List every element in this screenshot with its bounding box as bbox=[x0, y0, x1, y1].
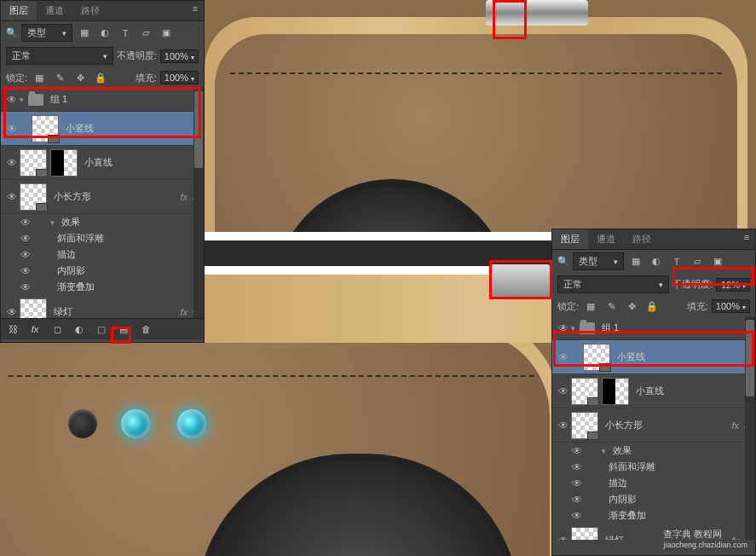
blend-mode-dropdown[interactable]: 正常 bbox=[6, 47, 113, 65]
lock-position-icon[interactable]: ✥ bbox=[623, 298, 640, 314]
layer-thumbnail bbox=[20, 183, 47, 211]
layer-group[interactable]: 👁 ▾ 组 1 bbox=[1, 88, 204, 112]
tab-channels[interactable]: 通道 bbox=[588, 229, 624, 249]
layer-thumbnail bbox=[583, 344, 610, 371]
layer-name[interactable]: 小长方形 bbox=[605, 419, 643, 431]
visibility-icon[interactable]: 👁 bbox=[4, 94, 20, 106]
effect-row[interactable]: 👁描边 bbox=[1, 246, 204, 263]
effect-row[interactable]: 👁▾ 效果 bbox=[552, 443, 755, 459]
visibility-icon[interactable]: 👁 bbox=[556, 420, 571, 431]
filter-type-dropdown[interactable]: 类型 bbox=[573, 252, 624, 270]
effect-row[interactable]: 👁渐变叠加 bbox=[1, 279, 204, 295]
fx-badge[interactable]: fx bbox=[180, 192, 193, 202]
layer-style-icon[interactable]: fx bbox=[26, 321, 43, 337]
visibility-icon[interactable]: 👁 bbox=[556, 322, 571, 334]
lock-position-icon[interactable]: ✥ bbox=[72, 70, 89, 85]
new-group-icon[interactable]: ▢ bbox=[93, 321, 110, 337]
layer-name[interactable]: 小长方形 bbox=[54, 190, 91, 203]
lock-all-icon[interactable]: 🔒 bbox=[92, 70, 109, 85]
filter-type-icon[interactable]: T bbox=[668, 254, 685, 269]
scrollbar[interactable] bbox=[745, 316, 755, 540]
filter-type-icon[interactable]: T bbox=[117, 26, 134, 41]
visibility-icon[interactable]: 👁 bbox=[556, 351, 571, 363]
panel1-tabs: 图层 通道 路径 ≡ bbox=[1, 1, 204, 21]
effect-row[interactable]: 👁内阴影 bbox=[552, 491, 755, 507]
tab-layers[interactable]: 图层 bbox=[1, 1, 37, 20]
layer-item[interactable]: 👁 绿灯 fx ▾ bbox=[1, 295, 204, 318]
opacity-value[interactable]: 12% bbox=[716, 278, 750, 292]
panel1-bottombar: ⛓ fx ◻ ◐ ▢ ▤ 🗑 bbox=[1, 318, 204, 339]
opacity-value[interactable]: 100% bbox=[160, 49, 199, 63]
visibility-icon[interactable]: 👁 bbox=[556, 535, 571, 541]
layer-item[interactable]: 👁 小长方形 fx ▴ bbox=[552, 408, 755, 443]
expand-icon[interactable]: ▾ bbox=[20, 96, 28, 104]
layer-name[interactable]: 绿灯 bbox=[54, 305, 72, 318]
layers-list-1: 👁 ▾ 组 1 👁 小竖线 👁 小直线 👁 小长方形 fx ▴ 👁▾ 效果 👁斜… bbox=[1, 88, 204, 318]
blend-mode-dropdown[interactable]: 正常 bbox=[557, 275, 669, 293]
layer-name[interactable]: 组 1 bbox=[50, 93, 67, 106]
filter-smart-icon[interactable]: ▣ bbox=[158, 26, 175, 41]
layer-item[interactable]: 👁 小直线 bbox=[552, 374, 755, 408]
lock-transparency-icon[interactable]: ▦ bbox=[582, 298, 599, 314]
panel-menu-icon[interactable]: ≡ bbox=[738, 229, 755, 245]
tab-layers[interactable]: 图层 bbox=[552, 229, 588, 249]
filter-pixel-icon[interactable]: ▦ bbox=[76, 26, 93, 41]
effect-row[interactable]: 👁▾ 效果 bbox=[1, 214, 204, 230]
layer-name[interactable]: 小竖线 bbox=[617, 350, 645, 363]
fill-value[interactable]: 100% bbox=[160, 71, 199, 84]
lock-label: 锁定: bbox=[557, 300, 579, 313]
visibility-icon[interactable]: 👁 bbox=[4, 191, 20, 203]
layer-name[interactable]: 小直线 bbox=[84, 156, 113, 169]
visibility-icon[interactable]: 👁 bbox=[4, 123, 20, 135]
layer-item[interactable]: 👁 小竖线 bbox=[552, 340, 755, 374]
adjustment-layer-icon[interactable]: ◐ bbox=[71, 321, 88, 337]
scrollbar[interactable] bbox=[193, 88, 204, 318]
lock-all-icon[interactable]: 🔒 bbox=[643, 298, 661, 314]
tab-channels[interactable]: 通道 bbox=[37, 1, 72, 20]
filter-adjust-icon[interactable]: ◐ bbox=[648, 254, 665, 269]
layers-panel-1: 图层 通道 路径 ≡ 🔍 类型 ▦ ◐ T ▱ ▣ 正常 不透明度: 100% … bbox=[0, 0, 205, 343]
layer-name[interactable]: 绿灯 bbox=[605, 534, 624, 540]
filter-adjust-icon[interactable]: ◐ bbox=[96, 26, 113, 41]
visibility-icon[interactable]: 👁 bbox=[4, 306, 20, 318]
panel-menu-icon[interactable]: ≡ bbox=[187, 1, 204, 16]
lock-pixels-icon[interactable]: ✎ bbox=[51, 70, 68, 85]
effect-row[interactable]: 👁斜面和浮雕 bbox=[1, 230, 204, 246]
fill-label: 填充: bbox=[136, 72, 157, 84]
filter-type-dropdown[interactable]: 类型 bbox=[21, 24, 72, 42]
folder-icon bbox=[580, 322, 595, 334]
layer-name[interactable]: 组 1 bbox=[602, 321, 619, 334]
lock-pixels-icon[interactable]: ✎ bbox=[603, 298, 620, 314]
fill-value[interactable]: 100% bbox=[712, 299, 750, 313]
filter-smart-icon[interactable]: ▣ bbox=[709, 254, 726, 269]
effect-row[interactable]: 👁描边 bbox=[552, 475, 755, 491]
layers-list-2: 👁 ▾ 组 1 👁 小竖线 👁 小直线 👁 小长方形 fx ▴ 👁▾ 效果 👁斜… bbox=[552, 316, 755, 540]
layer-item[interactable]: 👁 小竖线 bbox=[1, 112, 204, 146]
effect-row[interactable]: 👁内阴影 bbox=[1, 263, 204, 279]
lock-label: 锁定: bbox=[6, 72, 27, 84]
fx-badge[interactable]: fx bbox=[731, 420, 744, 431]
folder-icon bbox=[28, 94, 43, 106]
effect-row[interactable]: 👁渐变叠加 bbox=[552, 507, 755, 524]
filter-pixel-icon[interactable]: ▦ bbox=[627, 254, 644, 269]
delete-layer-icon[interactable]: 🗑 bbox=[137, 321, 154, 337]
layers-panel-2: 图层 通道 路径 ≡ 🔍 类型 ▦ ◐ T ▱ ▣ 正常 不透明度: 12% 锁… bbox=[551, 229, 756, 556]
link-layers-icon[interactable]: ⛓ bbox=[4, 321, 21, 337]
visibility-icon[interactable]: 👁 bbox=[4, 157, 20, 169]
layer-group[interactable]: 👁 ▾ 组 1 bbox=[552, 316, 755, 340]
new-layer-icon[interactable]: ▤ bbox=[115, 321, 132, 337]
fx-badge[interactable]: fx bbox=[180, 307, 193, 317]
filter-shape-icon[interactable]: ▱ bbox=[137, 26, 154, 41]
layer-item[interactable]: 👁 小直线 bbox=[1, 146, 204, 180]
visibility-icon[interactable]: 👁 bbox=[556, 385, 571, 397]
layer-name[interactable]: 小竖线 bbox=[66, 122, 94, 135]
layer-item[interactable]: 👁 小长方形 fx ▴ bbox=[1, 180, 204, 214]
tab-paths[interactable]: 路径 bbox=[72, 1, 108, 20]
layer-name[interactable]: 小直线 bbox=[636, 385, 664, 397]
tab-paths[interactable]: 路径 bbox=[624, 229, 660, 249]
effect-row[interactable]: 👁斜面和浮雕 bbox=[552, 459, 755, 475]
lock-transparency-icon[interactable]: ▦ bbox=[31, 70, 48, 85]
expand-icon[interactable]: ▾ bbox=[571, 324, 580, 333]
filter-shape-icon[interactable]: ▱ bbox=[689, 254, 706, 269]
layer-mask-icon[interactable]: ◻ bbox=[49, 321, 66, 337]
